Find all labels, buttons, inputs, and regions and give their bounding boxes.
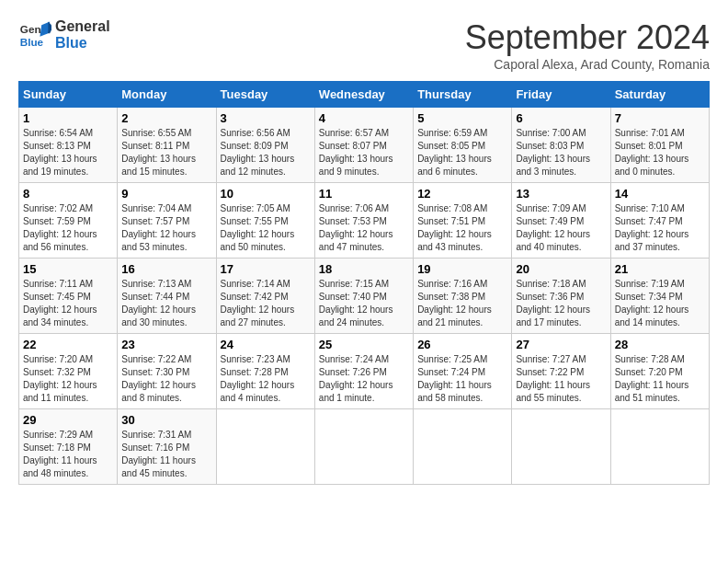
calendar-cell: 11Sunrise: 7:06 AMSunset: 7:53 PMDayligh… (314, 183, 413, 259)
calendar-cell: 25Sunrise: 7:24 AMSunset: 7:26 PMDayligh… (314, 334, 413, 409)
calendar-cell: 2Sunrise: 6:55 AMSunset: 8:11 PMDaylight… (118, 108, 216, 183)
calendar-cell: 24Sunrise: 7:23 AMSunset: 7:28 PMDayligh… (216, 334, 314, 409)
day-number: 26 (417, 338, 507, 351)
calendar-week-3: 15Sunrise: 7:11 AMSunset: 7:45 PMDayligh… (19, 259, 710, 334)
day-number: 12 (417, 187, 507, 201)
day-info: Sunrise: 7:09 AMSunset: 7:49 PMDaylight:… (516, 203, 590, 252)
day-number: 30 (121, 413, 211, 427)
day-number: 23 (121, 338, 211, 351)
calendar-cell (610, 409, 709, 485)
calendar-cell: 18Sunrise: 7:15 AMSunset: 7:40 PMDayligh… (314, 259, 413, 334)
day-number: 17 (221, 262, 311, 276)
day-info: Sunrise: 7:20 AMSunset: 7:32 PMDaylight:… (23, 354, 97, 403)
day-info: Sunrise: 7:24 AMSunset: 7:26 PMDaylight:… (319, 354, 393, 403)
calendar-cell: 6Sunrise: 7:00 AMSunset: 8:03 PMDaylight… (512, 108, 610, 183)
day-info: Sunrise: 7:04 AMSunset: 7:57 PMDaylight:… (121, 203, 196, 252)
day-number: 27 (516, 338, 606, 351)
logo-text: General Blue (55, 18, 110, 51)
logo-icon: General Blue (18, 18, 51, 52)
calendar-week-1: 1Sunrise: 6:54 AMSunset: 8:13 PMDaylight… (19, 108, 710, 183)
day-number: 21 (615, 262, 705, 276)
day-number: 1 (23, 111, 113, 125)
day-number: 28 (615, 338, 705, 351)
calendar-cell: 13Sunrise: 7:09 AMSunset: 7:49 PMDayligh… (512, 183, 610, 259)
day-number: 20 (516, 262, 606, 276)
calendar-cell (512, 409, 610, 485)
day-number: 24 (221, 338, 311, 351)
calendar-week-5: 29Sunrise: 7:29 AMSunset: 7:18 PMDayligh… (19, 409, 710, 485)
header-thursday: Thursday (414, 82, 512, 108)
logo: General Blue General Blue (18, 18, 110, 52)
calendar-cell: 7Sunrise: 7:01 AMSunset: 8:01 PMDaylight… (610, 108, 709, 183)
day-info: Sunrise: 7:08 AMSunset: 7:51 PMDaylight:… (417, 203, 492, 252)
day-number: 2 (121, 111, 211, 125)
calendar-cell: 3Sunrise: 6:56 AMSunset: 8:09 PMDaylight… (216, 108, 314, 183)
day-info: Sunrise: 7:18 AMSunset: 7:36 PMDaylight:… (516, 279, 590, 327)
day-number: 4 (319, 111, 409, 125)
title-area: September 2024 Caporal Alexa, Arad Count… (465, 18, 710, 72)
day-info: Sunrise: 7:11 AMSunset: 7:45 PMDaylight:… (23, 279, 97, 327)
calendar-cell: 29Sunrise: 7:29 AMSunset: 7:18 PMDayligh… (19, 409, 118, 485)
day-info: Sunrise: 6:56 AMSunset: 8:09 PMDaylight:… (221, 128, 295, 177)
day-info: Sunrise: 7:28 AMSunset: 7:20 PMDaylight:… (615, 354, 689, 403)
day-info: Sunrise: 6:55 AMSunset: 8:11 PMDaylight:… (121, 128, 196, 177)
calendar-cell: 30Sunrise: 7:31 AMSunset: 7:16 PMDayligh… (118, 409, 216, 485)
calendar-cell: 17Sunrise: 7:14 AMSunset: 7:42 PMDayligh… (216, 259, 314, 334)
day-number: 11 (319, 187, 409, 201)
day-info: Sunrise: 7:14 AMSunset: 7:42 PMDaylight:… (221, 279, 295, 327)
calendar-cell: 20Sunrise: 7:18 AMSunset: 7:36 PMDayligh… (512, 259, 610, 334)
calendar-cell: 12Sunrise: 7:08 AMSunset: 7:51 PMDayligh… (414, 183, 512, 259)
svg-text:Blue: Blue (20, 36, 44, 48)
day-info: Sunrise: 7:01 AMSunset: 8:01 PMDaylight:… (615, 128, 689, 177)
day-info: Sunrise: 6:54 AMSunset: 8:13 PMDaylight:… (23, 128, 97, 177)
location-subtitle: Caporal Alexa, Arad County, Romania (465, 57, 710, 72)
day-number: 22 (23, 338, 113, 351)
calendar-cell: 15Sunrise: 7:11 AMSunset: 7:45 PMDayligh… (19, 259, 118, 334)
day-number: 10 (221, 187, 311, 201)
day-info: Sunrise: 7:16 AMSunset: 7:38 PMDaylight:… (417, 279, 492, 327)
day-info: Sunrise: 7:23 AMSunset: 7:28 PMDaylight:… (221, 354, 295, 403)
day-info: Sunrise: 7:10 AMSunset: 7:47 PMDaylight:… (615, 203, 689, 252)
day-number: 5 (417, 111, 507, 125)
header-sunday: Sunday (19, 82, 118, 108)
calendar-cell: 16Sunrise: 7:13 AMSunset: 7:44 PMDayligh… (118, 259, 216, 334)
header-saturday: Saturday (610, 82, 709, 108)
month-title: September 2024 (465, 18, 710, 57)
day-number: 3 (221, 111, 311, 125)
calendar-cell (216, 409, 314, 485)
day-info: Sunrise: 7:31 AMSunset: 7:16 PMDaylight:… (121, 430, 196, 478)
day-number: 16 (121, 262, 211, 276)
day-info: Sunrise: 7:27 AMSunset: 7:22 PMDaylight:… (516, 354, 590, 403)
calendar-table: Sunday Monday Tuesday Wednesday Thursday… (18, 81, 710, 485)
calendar-cell: 4Sunrise: 6:57 AMSunset: 8:07 PMDaylight… (314, 108, 413, 183)
calendar-week-4: 22Sunrise: 7:20 AMSunset: 7:32 PMDayligh… (19, 334, 710, 409)
day-info: Sunrise: 7:15 AMSunset: 7:40 PMDaylight:… (319, 279, 393, 327)
calendar-cell: 14Sunrise: 7:10 AMSunset: 7:47 PMDayligh… (610, 183, 709, 259)
page-header: General Blue General Blue September 2024… (18, 18, 710, 72)
header-wednesday: Wednesday (314, 82, 413, 108)
calendar-cell: 28Sunrise: 7:28 AMSunset: 7:20 PMDayligh… (610, 334, 709, 409)
calendar-cell: 1Sunrise: 6:54 AMSunset: 8:13 PMDaylight… (19, 108, 118, 183)
calendar-cell: 5Sunrise: 6:59 AMSunset: 8:05 PMDaylight… (414, 108, 512, 183)
calendar-cell: 10Sunrise: 7:05 AMSunset: 7:55 PMDayligh… (216, 183, 314, 259)
day-number: 7 (615, 111, 705, 125)
calendar-cell: 19Sunrise: 7:16 AMSunset: 7:38 PMDayligh… (414, 259, 512, 334)
day-info: Sunrise: 7:25 AMSunset: 7:24 PMDaylight:… (417, 354, 492, 403)
calendar-cell: 23Sunrise: 7:22 AMSunset: 7:30 PMDayligh… (118, 334, 216, 409)
day-info: Sunrise: 7:02 AMSunset: 7:59 PMDaylight:… (23, 203, 97, 252)
day-info: Sunrise: 7:29 AMSunset: 7:18 PMDaylight:… (23, 430, 97, 478)
calendar-cell: 9Sunrise: 7:04 AMSunset: 7:57 PMDaylight… (118, 183, 216, 259)
calendar-cell: 8Sunrise: 7:02 AMSunset: 7:59 PMDaylight… (19, 183, 118, 259)
calendar-header-row: Sunday Monday Tuesday Wednesday Thursday… (19, 82, 710, 108)
header-monday: Monday (118, 82, 216, 108)
day-number: 14 (615, 187, 705, 201)
header-tuesday: Tuesday (216, 82, 314, 108)
day-number: 19 (417, 262, 507, 276)
calendar-cell: 26Sunrise: 7:25 AMSunset: 7:24 PMDayligh… (414, 334, 512, 409)
day-number: 29 (23, 413, 113, 427)
calendar-cell: 27Sunrise: 7:27 AMSunset: 7:22 PMDayligh… (512, 334, 610, 409)
calendar-cell: 21Sunrise: 7:19 AMSunset: 7:34 PMDayligh… (610, 259, 709, 334)
day-info: Sunrise: 7:06 AMSunset: 7:53 PMDaylight:… (319, 203, 393, 252)
calendar-cell (414, 409, 512, 485)
day-info: Sunrise: 7:13 AMSunset: 7:44 PMDaylight:… (121, 279, 196, 327)
